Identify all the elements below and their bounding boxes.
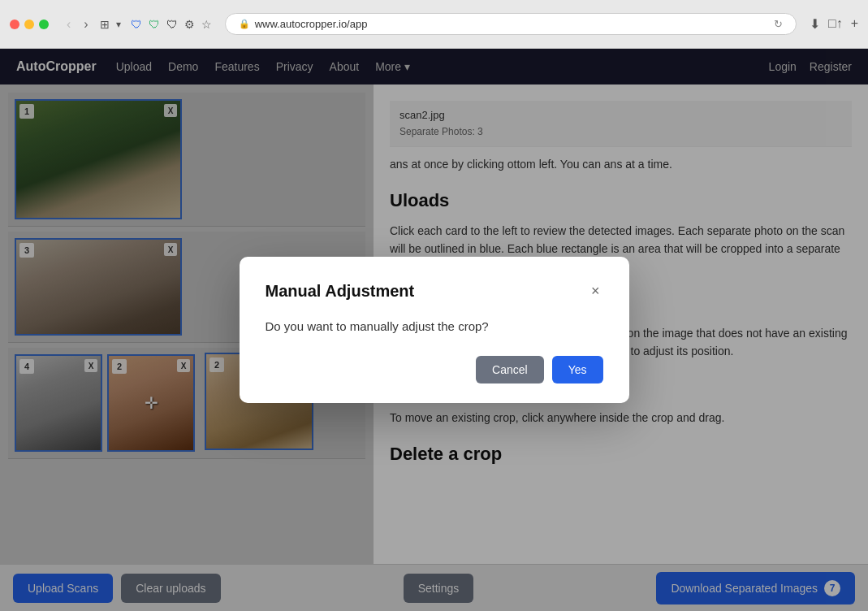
share-icon[interactable]: □↑ — [828, 16, 843, 32]
download-icon[interactable]: ⬇ — [810, 16, 820, 32]
maximize-button[interactable] — [39, 20, 49, 29]
modal-close-button[interactable]: × — [588, 280, 603, 303]
cancel-button[interactable]: Cancel — [476, 356, 544, 384]
tabs-icon[interactable]: + — [851, 16, 858, 32]
modal-header: Manual Adjustment × — [266, 280, 603, 303]
manual-adjustment-modal: Manual Adjustment × Do you want to manua… — [240, 257, 629, 403]
modal-overlay: Manual Adjustment × Do you want to manua… — [0, 49, 868, 611]
address-bar[interactable]: 🔒 www.autocropper.io/app ↻ — [225, 13, 797, 35]
tab-icon: ⊞ — [100, 18, 110, 31]
modal-footer: Cancel Yes — [266, 356, 603, 384]
lock-icon: 🔒 — [239, 19, 250, 29]
forward-button[interactable]: › — [79, 14, 93, 35]
shield-green-icon: 🛡 — [149, 18, 160, 31]
browser-chrome: ‹ › ⊞ ▾ 🛡 🛡 🛡 ⚙ ☆ 🔒 www.autocropper.io/a… — [0, 0, 868, 49]
modal-question: Do you want to manually adjust the crop? — [266, 319, 603, 333]
minimize-button[interactable] — [24, 20, 34, 29]
modal-title: Manual Adjustment — [266, 282, 415, 301]
url-text: www.autocropper.io/app — [255, 18, 368, 30]
traffic-lights — [10, 20, 49, 29]
close-button[interactable] — [10, 20, 19, 29]
yes-button[interactable]: Yes — [552, 356, 603, 384]
shield-blue-icon: 🛡 — [131, 18, 142, 31]
nav-buttons: ‹ › — [62, 14, 93, 35]
shield-dark-icon: 🛡 — [166, 18, 178, 31]
tab-icon2: ▾ — [116, 19, 121, 30]
browser-actions: ⬇ □↑ + — [810, 16, 858, 32]
star-icon[interactable]: ☆ — [201, 18, 212, 31]
settings-icon[interactable]: ⚙ — [184, 18, 195, 31]
reload-icon[interactable]: ↻ — [774, 18, 783, 30]
modal-body: Do you want to manually adjust the crop? — [266, 319, 603, 333]
back-button[interactable]: ‹ — [62, 14, 76, 35]
